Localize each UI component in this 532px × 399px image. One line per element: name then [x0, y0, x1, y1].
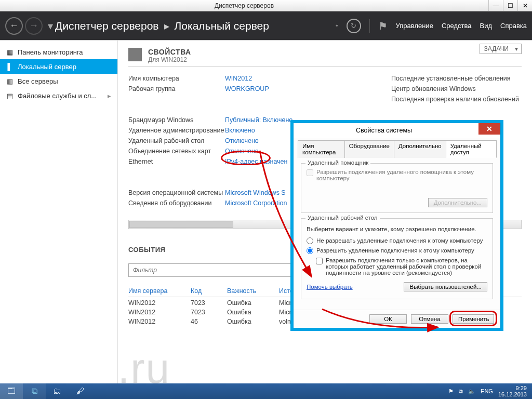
- chevron-right-icon: ▸: [164, 20, 169, 32]
- properties-tile-icon: [128, 48, 142, 61]
- dashboard-icon: ▦: [6, 48, 14, 56]
- remote-desktop-legend: Удаленный рабочий стол: [305, 215, 380, 221]
- menu-view[interactable]: Вид: [480, 22, 492, 30]
- menu-manage[interactable]: Управление: [396, 22, 433, 30]
- nav-forward-button[interactable]: →: [25, 17, 43, 35]
- nav-back-button[interactable]: ←: [5, 17, 23, 35]
- radio-disallow-remote[interactable]: [307, 237, 313, 244]
- dialog-close-button[interactable]: ✕: [478, 123, 500, 135]
- remote-assistance-advanced-button: Дополнительно...: [428, 198, 487, 207]
- server-icon: ▌: [6, 63, 14, 70]
- allow-remote-assistance-checkbox: [307, 169, 313, 176]
- remote-assistance-legend: Удаленный помощник: [305, 159, 370, 166]
- servers-icon: ▥: [6, 77, 14, 85]
- tab-advanced[interactable]: Дополнительно: [394, 140, 446, 158]
- tray-clock[interactable]: 9:2916.12.2013: [498, 385, 527, 397]
- system-tray: ⚑ ⧉ 🔈 ENG 9:2916.12.2013: [448, 385, 532, 397]
- nav-file-services[interactable]: ▤Файловые службы и сл...▸: [0, 88, 117, 103]
- taskbar-server-manager[interactable]: 🗔: [0, 383, 23, 399]
- remote-assistance-group: Удаленный помощник Разрешить подключения…: [301, 163, 493, 213]
- cancel-button[interactable]: Отмена: [411, 314, 448, 324]
- nav-dashboard[interactable]: ▦Панель мониторинга: [0, 45, 117, 59]
- apply-button[interactable]: Применить: [453, 314, 494, 324]
- minimize-button[interactable]: —: [488, 0, 503, 11]
- events-filter-input[interactable]: [129, 267, 296, 274]
- command-bar: ← → ▾ Диспетчер серверов ▸ Локальный сер…: [0, 11, 532, 40]
- dialog-tabs: Имя компьютера Оборудование Дополнительн…: [298, 140, 496, 158]
- menu-tools[interactable]: Средства: [442, 22, 472, 30]
- tab-computer-name[interactable]: Имя компьютера: [298, 140, 345, 158]
- tray-activity-icon[interactable]: ⧉: [459, 388, 463, 395]
- remote-desktop-group: Удаленный рабочий стол Выберите вариант …: [301, 218, 493, 299]
- tray-flag-icon[interactable]: ⚑: [448, 388, 454, 395]
- ok-button[interactable]: ОК: [369, 314, 407, 324]
- help-choose-link[interactable]: Помочь выбрать: [307, 284, 353, 290]
- window-titlebar: Диспетчер серверов — ☐ ✕: [0, 0, 532, 11]
- nav-all-servers[interactable]: ▥Все серверы: [0, 74, 117, 88]
- tab-remote-access[interactable]: Удаленный доступ: [446, 140, 497, 158]
- tray-sound-icon[interactable]: 🔈: [468, 388, 475, 395]
- refresh-button[interactable]: ↻: [347, 19, 361, 33]
- close-button[interactable]: ✕: [517, 0, 532, 11]
- nav-sidebar: ▦Панель мониторинга ▌Локальный сервер ▥В…: [0, 41, 118, 383]
- taskbar-explorer[interactable]: 🗂: [46, 383, 69, 399]
- notifications-flag-icon[interactable]: ⚑: [378, 20, 388, 32]
- menu-help[interactable]: Справка: [500, 22, 527, 30]
- properties-subtitle: Для WIN2012: [148, 56, 191, 63]
- tasks-dropdown[interactable]: ЗАДАЧИ: [480, 44, 522, 54]
- breadcrumb-root[interactable]: Диспетчер серверов: [55, 20, 159, 32]
- select-users-button[interactable]: Выбрать пользователей...: [404, 282, 487, 291]
- breadcrumb-current: Локальный сервер: [175, 20, 269, 32]
- remote-desktop-intro: Выберите вариант и укажите, кому разреше…: [307, 226, 487, 232]
- taskbar: 🗔 ⧉ 🗂 🖌 ⚑ ⧉ 🔈 ENG 9:2916.12.2013: [0, 383, 532, 399]
- tab-hardware[interactable]: Оборудование: [344, 140, 394, 158]
- tray-language[interactable]: ENG: [481, 388, 493, 394]
- taskbar-paint[interactable]: 🖌: [69, 383, 91, 399]
- taskbar-powershell[interactable]: ⧉: [23, 383, 46, 399]
- system-properties-dialog: Свойства системы ✕ Имя компьютера Оборуд…: [293, 123, 501, 328]
- file-services-icon: ▤: [6, 92, 14, 99]
- dialog-title: Свойства системы: [294, 123, 500, 138]
- window-title: Диспетчер серверов: [0, 2, 488, 9]
- properties-title: СВОЙСТВА: [148, 48, 191, 56]
- nla-checkbox[interactable]: [316, 258, 323, 264]
- radio-allow-remote[interactable]: [307, 247, 313, 254]
- nav-local-server[interactable]: ▌Локальный сервер: [0, 59, 117, 74]
- maximize-button[interactable]: ☐: [503, 0, 517, 11]
- events-filter[interactable]: 🔍: [128, 263, 310, 277]
